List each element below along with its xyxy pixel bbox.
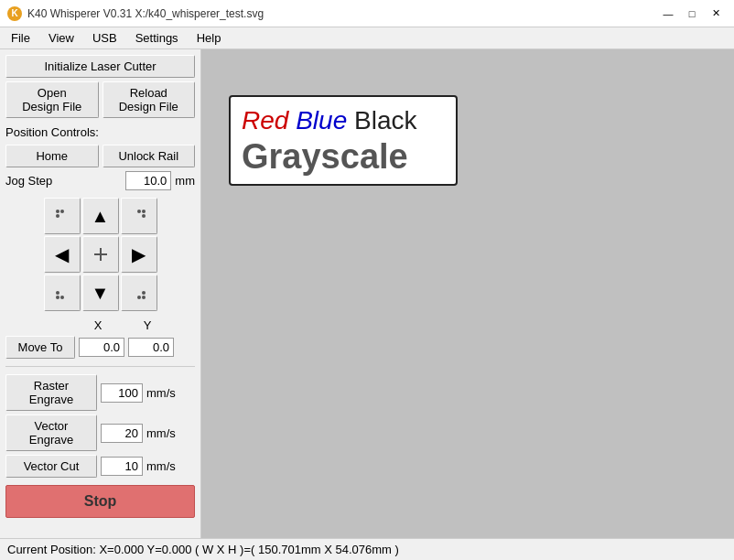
jog-top-right-button[interactable] [121, 198, 157, 234]
minimize-button[interactable]: — [657, 5, 679, 23]
jog-left-button[interactable]: ◀ [44, 236, 81, 273]
divider-1 [5, 366, 195, 367]
open-design-file-button[interactable]: Open Design File [5, 81, 99, 118]
menu-view[interactable]: View [41, 29, 81, 47]
raster-engrave-row: Raster Engrave mm/s [5, 374, 195, 411]
svg-preview: Red Blue Black Grayscale [229, 95, 458, 186]
svg-line1: Red Blue Black [242, 104, 445, 137]
initialize-laser-cutter-button[interactable]: Initialize Laser Cutter [5, 55, 195, 78]
move-to-button[interactable]: Move To [5, 336, 75, 359]
raster-engrave-unit: mm/s [146, 386, 176, 400]
vector-cut-button[interactable]: Vector Cut [5, 455, 97, 478]
y-label: Y [124, 318, 170, 332]
svg-point-2 [60, 210, 64, 213]
text-grayscale: Grayscale [242, 137, 445, 177]
raster-engrave-button[interactable]: Raster Engrave [5, 374, 97, 411]
stop-button[interactable]: Stop [5, 485, 195, 518]
jog-step-unit: mm [175, 174, 195, 188]
text-black: Black [354, 106, 416, 135]
window-title: K40 Whisperer V0.31 X:/k40_whisperer_tes… [27, 7, 264, 20]
svg-point-13 [137, 296, 141, 299]
jog-bottom-right-button[interactable] [121, 275, 157, 311]
menu-bar: File View USB Settings Help [0, 27, 734, 49]
svg-point-8 [56, 296, 59, 299]
jog-step-row: Jog Step mm [5, 171, 195, 190]
vector-engrave-button[interactable]: Vector Engrave [5, 415, 97, 451]
menu-settings[interactable]: Settings [128, 29, 186, 47]
svg-point-3 [142, 210, 146, 213]
left-panel: Initialize Laser Cutter Open Design File… [0, 49, 201, 538]
x-label: X [75, 318, 121, 332]
svg-point-5 [137, 210, 141, 213]
svg-point-1 [56, 214, 59, 218]
window-controls: — □ ✕ [657, 5, 727, 23]
jog-right-button[interactable]: ▶ [121, 236, 157, 273]
menu-usb[interactable]: USB [85, 29, 124, 47]
svg-point-9 [56, 291, 59, 295]
text-blue: Blue [296, 106, 347, 135]
jog-grid: ▲ ◀ ▶ ▼ [44, 198, 157, 311]
jog-step-input[interactable] [125, 171, 171, 190]
design-file-buttons: Open Design File Reload Design File [5, 81, 195, 118]
position-controls-label: Position Controls: [5, 125, 195, 139]
svg-point-11 [142, 296, 146, 299]
app-icon: K [7, 6, 22, 21]
vector-cut-input[interactable] [101, 457, 143, 476]
coord-labels: X Y [5, 318, 195, 332]
reload-design-file-button[interactable]: Reload Design File [103, 81, 196, 118]
menu-file[interactable]: File [4, 29, 38, 47]
vector-cut-unit: mm/s [146, 459, 176, 473]
close-button[interactable]: ✕ [705, 5, 727, 23]
jog-center-button[interactable] [82, 236, 119, 273]
svg-point-4 [142, 214, 146, 218]
move-to-row: Move To [5, 336, 195, 359]
svg-point-12 [142, 291, 146, 295]
title-bar: K K40 Whisperer V0.31 X:/k40_whisperer_t… [0, 0, 734, 27]
home-button[interactable]: Home [5, 145, 99, 167]
text-red: Red [242, 106, 288, 135]
maximize-button[interactable]: □ [681, 5, 703, 23]
status-text: Current Position: X=0.000 Y=0.000 ( W X … [7, 543, 399, 556]
move-to-y-input[interactable] [128, 338, 174, 357]
move-to-x-input[interactable] [79, 338, 124, 357]
jog-down-button[interactable]: ▼ [82, 275, 119, 311]
unlock-rail-button[interactable]: Unlock Rail [103, 145, 196, 167]
vector-engrave-input[interactable] [101, 424, 143, 443]
vector-engrave-row: Vector Engrave mm/s [5, 415, 195, 451]
home-unlock-buttons: Home Unlock Rail [5, 145, 195, 167]
vector-engrave-unit: mm/s [146, 426, 176, 440]
jog-step-label: Jog Step [5, 174, 122, 188]
svg-point-0 [56, 210, 59, 213]
main-area: Initialize Laser Cutter Open Design File… [0, 49, 734, 538]
jog-bottom-left-button[interactable] [44, 275, 81, 311]
menu-help[interactable]: Help [189, 29, 229, 47]
svg-point-10 [60, 296, 64, 299]
status-bar: Current Position: X=0.000 Y=0.000 ( W X … [0, 538, 734, 560]
canvas-area: Red Blue Black Grayscale [201, 49, 734, 538]
jog-top-left-button[interactable] [44, 198, 81, 234]
raster-engrave-input[interactable] [101, 383, 143, 403]
vector-cut-row: Vector Cut mm/s [5, 455, 195, 478]
jog-up-button[interactable]: ▲ [82, 198, 119, 234]
